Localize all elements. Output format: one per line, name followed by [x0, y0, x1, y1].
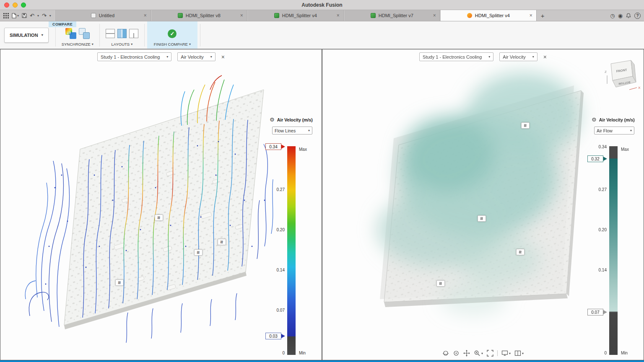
legend-right: ⚙ Air Velocity (m/s) Air Flow ▾ Max Min … [586, 116, 643, 360]
file-menu-icon[interactable]: ▾ [12, 13, 19, 18]
legend-title: Air Velocity (m/s) [277, 117, 313, 122]
legend-min-label: Min [299, 351, 306, 355]
legend-zero-label: 0 [586, 351, 607, 355]
finish-compare-check-icon: ✓ [168, 29, 177, 38]
look-at-icon[interactable] [453, 350, 460, 357]
traffic-lights [0, 3, 26, 8]
window-minimize-button[interactable] [13, 3, 18, 8]
legend-title: Air Velocity (m/s) [599, 117, 635, 122]
layouts-label: LAYOUTS [111, 42, 130, 47]
save-icon[interactable] [22, 13, 27, 18]
layouts-button[interactable]: LAYOUTS ▾ [102, 21, 142, 49]
help-icon[interactable]: ? [634, 13, 641, 19]
fusion-app-window: Autodesk Fusion ▾ ↶ ▾ ↷ ▾ Untitled × [0, 0, 644, 362]
tab-untitled[interactable]: Untitled × [55, 10, 151, 21]
legend-display-mode-select[interactable]: Air Flow ▾ [594, 127, 634, 134]
fusion-logo-icon [467, 13, 472, 18]
legend-colorbar [609, 146, 618, 355]
tab-close-icon[interactable]: × [240, 13, 243, 18]
viewport-close-icon[interactable]: × [543, 54, 547, 60]
study-select[interactable]: Study 1 - Electronics Cooling ▾ [419, 52, 493, 61]
design-icon [274, 13, 279, 18]
workspace-label: SIMULATION [10, 33, 38, 38]
result-select-value: Air Velocity [503, 54, 525, 59]
pan-icon[interactable] [463, 350, 470, 357]
tabbar-right-icons: ◷ ◉ ? [607, 10, 644, 21]
legend-tick: 0.20 [264, 228, 285, 232]
legend-tick: 0.27 [264, 187, 285, 192]
toolbar-divider [99, 24, 100, 47]
finish-compare-button[interactable]: ✓ FINISH COMPARE ▾ [147, 21, 197, 49]
viewcube[interactable]: FRONT BOTTOM Z X [603, 58, 642, 94]
window-zoom-button[interactable] [21, 3, 26, 8]
undo-menu-chevron[interactable]: ▾ [37, 14, 39, 18]
undo-icon[interactable]: ↶ [30, 13, 34, 19]
link-views-icon [79, 28, 90, 39]
chevron-down-icon: ▾ [92, 42, 93, 46]
job-status-icon[interactable]: ◷ [610, 13, 615, 19]
display-settings-icon[interactable]: ▾ [501, 350, 511, 357]
tab-hdmi-splitter-v7[interactable]: HDMI_Splitter v7 × [344, 10, 440, 21]
tab-hdmi-splitter-v4-active[interactable]: HDMI_Splitter v4 × [440, 10, 537, 21]
legend-tick: 0.14 [586, 268, 607, 272]
chevron-down-icon: ▾ [488, 55, 490, 59]
tab-close-icon[interactable]: × [433, 13, 436, 18]
legend-min-label: Min [621, 351, 628, 355]
quick-access-toolbar: ▾ ↶ ▾ ↷ ▾ [0, 10, 55, 21]
new-tab-button[interactable]: + [537, 10, 549, 21]
tab-hdmi-splitter-v4[interactable]: HDMI_Splitter v4 × [247, 10, 344, 21]
viewcube-z-axis-label: Z [605, 70, 607, 74]
heat-source-icon: ≋ [521, 122, 530, 129]
tab-close-icon[interactable]: × [337, 13, 340, 18]
result-select[interactable]: Air Velocity ▾ [499, 52, 537, 61]
redo-menu-chevron[interactable]: ▾ [49, 14, 51, 18]
legend-settings-gear-icon[interactable]: ⚙ [592, 116, 597, 123]
tab-close-icon[interactable]: × [144, 13, 147, 18]
synchronize-icons: ⇄ [65, 27, 90, 40]
legend-max-label: Max [621, 147, 629, 152]
document-tabs: Untitled × HDMI_Splitter v8 × HDMI_Split… [55, 10, 537, 21]
heat-source-icon: ≋ [194, 249, 203, 256]
legend-max-label: Max [299, 147, 307, 152]
legend-settings-gear-icon[interactable]: ⚙ [270, 116, 275, 123]
zoom-icon[interactable]: ▾ [474, 350, 483, 357]
legend-left: ⚙ Air Velocity (m/s) Flow Lines ▾ Max Mi… [264, 116, 321, 360]
chevron-down-icon: ▾ [131, 42, 132, 46]
workspace-selector[interactable]: SIMULATION ▾ [4, 28, 49, 43]
finish-compare-label: FINISH COMPARE [154, 42, 188, 47]
tab-close-icon[interactable]: × [530, 13, 532, 18]
heat-source-icon: ≋ [478, 215, 486, 222]
study-select[interactable]: Study 1 - Electronics Cooling ▾ [97, 52, 171, 61]
legend-upper-marker[interactable]: 0.32 [587, 155, 603, 162]
legend-tick: 0.14 [264, 268, 285, 272]
profile-icon[interactable]: ◉ [618, 13, 623, 19]
redo-icon[interactable]: ↷ [42, 13, 47, 19]
viewport-close-icon[interactable]: × [221, 54, 225, 60]
chevron-down-icon: ▾ [522, 352, 524, 355]
legend-max-marker[interactable]: 0.34 [265, 143, 281, 150]
tab-label: HDMI_Splitter v8 [186, 13, 221, 18]
legend-lower-marker[interactable]: 0.07 [587, 309, 603, 315]
result-select-value: Air Velocity [181, 54, 203, 59]
document-tabbar: ▾ ↶ ▾ ↷ ▾ Untitled × HDMI_Splitter v8 × [0, 10, 644, 21]
tab-hdmi-splitter-v8[interactable]: HDMI_Splitter v8 × [151, 10, 247, 21]
multiple-views-icon[interactable]: ▾ [514, 350, 524, 357]
window-close-button[interactable] [4, 3, 9, 8]
viewcube-x-axis-label: X [638, 86, 641, 90]
compare-viewports: Study 1 - Electronics Cooling ▾ Air Velo… [0, 49, 644, 362]
result-select[interactable]: Air Velocity ▾ [177, 52, 215, 61]
chevron-down-icon: ▾ [210, 55, 212, 59]
legend-min-marker[interactable]: 0.03 [265, 333, 281, 339]
legend-display-mode-value: Flow Lines [275, 128, 296, 133]
heat-source-icon: ≋ [218, 239, 226, 245]
notifications-bell-icon[interactable] [626, 13, 631, 19]
legend-display-mode-select[interactable]: Flow Lines ▾ [272, 127, 312, 134]
orbit-icon[interactable] [442, 350, 449, 357]
legend-tick: 0.07 [264, 308, 285, 313]
zoom-fit-icon[interactable] [487, 350, 493, 357]
synchronize-label: SYNCHRONIZE [62, 42, 91, 47]
tab-label: HDMI_Splitter v4 [282, 13, 317, 18]
heat-source-icon: ≋ [516, 249, 525, 255]
app-grid-icon[interactable] [3, 13, 9, 18]
layouts-icons [106, 27, 138, 40]
